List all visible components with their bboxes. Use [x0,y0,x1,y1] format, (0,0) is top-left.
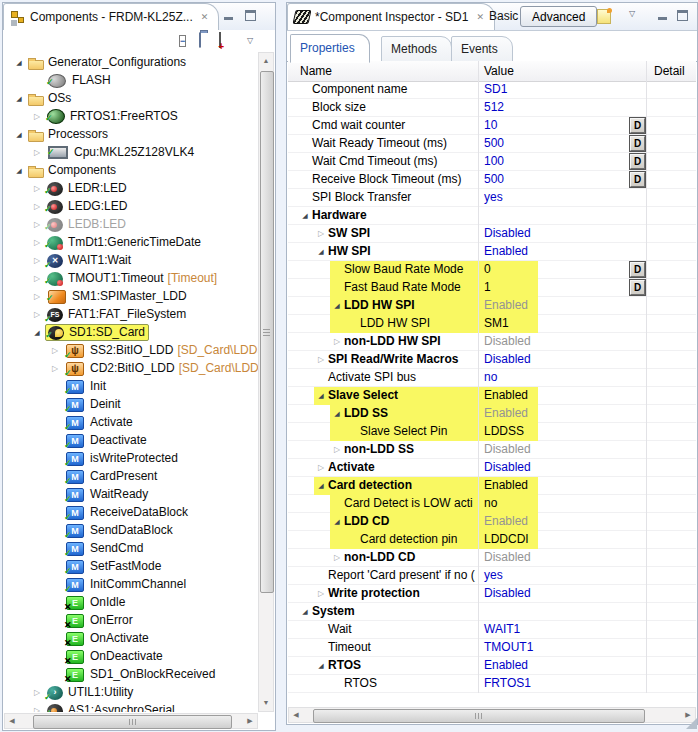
property-value[interactable]: Disabled [484,459,531,476]
components-view-tab[interactable]: Components - FRDM-KL25Z... [3,3,219,30]
maximize-icon[interactable] [244,9,257,22]
tree-item-ss2-bitio-ldd[interactable]: SS2:BitIO_LDD[SD_Card\LDDSS [4,342,258,360]
name-cell[interactable]: Hardware [288,207,478,224]
property-row-slow-baud-rate-mode[interactable]: Slow Baud Rate Mode0D [288,261,696,279]
name-cell[interactable]: Timeout [288,639,478,656]
property-value[interactable]: Enabled [484,297,528,314]
property-value[interactable]: yes [484,189,503,206]
property-row-sw-spi[interactable]: SW SPIDisabled [288,225,696,243]
tree-item-sd1-onblockreceived[interactable]: SD1_OnBlockReceived [4,666,258,684]
basic-mode-label[interactable]: Basic [489,9,518,23]
expand-arrow-icon[interactable] [330,441,344,458]
minimize-icon[interactable] [222,9,235,22]
property-row-wait-cmd-timeout-ms[interactable]: Wait Cmd Timeout (ms)100D [288,153,696,171]
tree-item-tmdt1-generictimedate[interactable]: TmDt1:GenericTimeDate [4,234,258,252]
name-cell[interactable]: Activate SPI bus [288,369,478,386]
tree-item-onidle[interactable]: OnIdle [4,594,258,612]
collapse-arrow-icon[interactable] [298,207,312,224]
name-cell[interactable]: non-LDD SS [288,441,478,458]
default-button[interactable]: D [630,154,645,169]
property-row-timeout[interactable]: TimeoutTMOUT1 [288,639,696,657]
expand-arrow-icon[interactable] [314,225,328,242]
default-button[interactable]: D [630,118,645,133]
name-cell[interactable]: Wait [288,621,478,638]
expand-arrow-icon[interactable] [30,234,44,251]
name-cell[interactable]: HW SPI [288,243,478,260]
maximize-icon[interactable] [676,9,689,22]
grid-horizontal-scrollbar[interactable]: ◀ ▶ [288,707,696,723]
column-header-value[interactable]: Value [484,61,514,81]
property-row-card-detect-is-low-acti[interactable]: Card Detect is LOW actino [288,495,696,513]
folder-icon[interactable] [199,33,215,49]
default-button[interactable]: D [630,280,645,295]
property-row-cmd-wait-counter[interactable]: Cmd wait counter10D [288,117,696,135]
collapse-arrow-icon[interactable] [12,54,26,71]
property-row-system[interactable]: System [288,603,696,621]
scrollbar-thumb[interactable] [260,71,274,593]
collapse-arrow-icon[interactable] [12,126,26,143]
property-value[interactable]: 10 [484,117,497,134]
expand-arrow-icon[interactable] [30,216,44,233]
property-row-wait[interactable]: WaitWAIT1 [288,621,696,639]
column-header-name[interactable]: Name [300,61,332,81]
name-cell[interactable]: LDD HW SPI [288,315,478,332]
tree-item-frtos1-freertos[interactable]: FRTOS1:FreeRTOS [4,108,258,126]
name-cell[interactable]: non-LDD HW SPI [288,333,478,350]
tree-item-activate[interactable]: Activate [4,414,258,432]
property-row-component-name[interactable]: Component nameSD1 [288,81,696,99]
tree-item-cpu-mkl25z128vlk4[interactable]: Cpu:MKL25Z128VLK4 [4,144,258,162]
property-value[interactable]: Enabled [484,477,528,494]
property-value[interactable]: Disabled [484,333,531,350]
collapse-arrow-icon[interactable] [30,324,44,341]
property-row-hardware[interactable]: Hardware [288,207,696,225]
tree-item-sendcmd[interactable]: SendCmd [4,540,258,558]
property-value[interactable]: 512 [484,99,504,116]
tree-item-iswriteprotected[interactable]: isWriteProtected [4,450,258,468]
minimize-icon[interactable] [656,9,669,22]
expand-arrow-icon[interactable] [30,702,44,712]
property-row-spi-block-transfer[interactable]: SPI Block Transferyes [288,189,696,207]
name-cell[interactable]: LDD SS [288,405,478,422]
default-button[interactable]: D [630,262,645,277]
property-value[interactable]: 0 [484,261,491,278]
column-header-detail[interactable]: Detail [654,61,685,81]
property-row-hw-spi[interactable]: HW SPIEnabled [288,243,696,261]
tree-item-ledg-led[interactable]: LEDG:LED [4,198,258,216]
property-row-spi-read-write-macros[interactable]: SPI Read/Write MacrosDisabled [288,351,696,369]
tree-vertical-scrollbar[interactable]: ▲ ▼ [258,52,274,712]
property-value[interactable]: Enabled [484,243,528,260]
property-row-non-ldd-ss[interactable]: non-LDD SSDisabled [288,441,696,459]
property-value[interactable]: Disabled [484,351,531,368]
expand-arrow-icon[interactable] [330,549,344,566]
property-row-activate-spi-bus[interactable]: Activate SPI busno [288,369,696,387]
tree-item-generator-configurations[interactable]: Generator_Configurations [4,54,258,72]
name-cell[interactable]: LDD HW SPI [288,297,478,314]
column-separator[interactable] [646,61,647,693]
tree-item-fat1-fat-filesystem[interactable]: FAT1:FAT_FileSystem [4,306,258,324]
scrollbar-thumb[interactable] [313,709,645,723]
property-row-card-detection-pin[interactable]: Card detection pinLDDCDI [288,531,696,549]
name-cell[interactable]: Card detection pin [288,531,478,548]
expand-arrow-icon[interactable] [30,198,44,215]
property-row-ldd-hw-spi[interactable]: LDD HW SPIEnabled [288,297,696,315]
column-separator[interactable] [478,61,479,693]
name-cell[interactable]: Wait Ready Timeout (ms) [288,135,478,152]
name-cell[interactable]: Receive Block Timeout (ms) [288,171,478,188]
scrollbar-thumb[interactable] [33,715,232,729]
property-value[interactable]: FRTOS1 [484,675,531,692]
property-value[interactable]: yes [484,567,503,584]
tree-item-wait1-wait[interactable]: WAIT1:Wait [4,252,258,270]
default-button[interactable]: D [630,136,645,151]
property-row-rtos[interactable]: RTOSEnabled [288,657,696,675]
tree-item-initcommchannel[interactable]: InitCommChannel [4,576,258,594]
tree-item-deactivate[interactable]: Deactivate [4,432,258,450]
name-cell[interactable]: Cmd wait counter [288,117,478,134]
property-row-ldd-cd[interactable]: LDD CDEnabled [288,513,696,531]
property-value[interactable]: Enabled [484,513,528,530]
name-cell[interactable]: non-LDD CD [288,549,478,566]
expand-arrow-icon[interactable] [30,144,44,161]
property-value[interactable]: 500 [484,171,504,188]
expand-arrow-icon[interactable] [30,288,44,305]
name-cell[interactable]: Component name [288,81,478,98]
tree-item-as1-asynchroserial[interactable]: AS1:AsynchroSerial [4,702,258,712]
